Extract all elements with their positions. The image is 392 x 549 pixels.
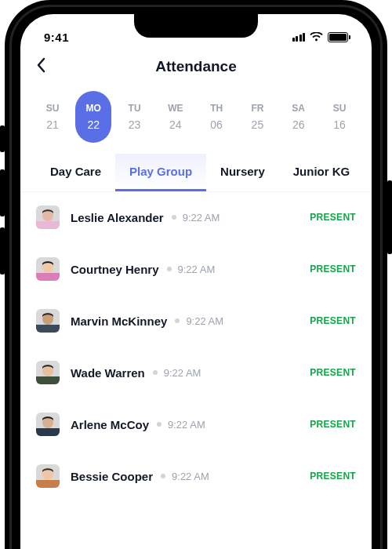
student-row[interactable]: Arlene McCoy9:22 AMPRESENT [36,398,356,450]
separator-dot [167,267,172,271]
status-indicators [292,32,349,42]
calendar-date: 24 [169,118,182,131]
phone-frame: 9:41 Attendance SU21MO22TU23WE24TH06FR25… [5,0,387,549]
phone-screen: 9:41 Attendance SU21MO22TU23WE24TH06FR25… [20,14,372,549]
calendar-date: 22 [87,118,100,131]
student-row[interactable]: Courtney Henry9:22 AMPRESENT [36,243,356,295]
calendar-date: 16 [333,118,346,131]
status-time: 9:41 [44,31,69,44]
phone-power-button [387,180,392,254]
avatar [36,205,60,229]
attendance-status: PRESENT [310,264,356,274]
calendar-dow: MO [86,103,101,114]
calendar-date: 06 [210,118,223,131]
calendar-day[interactable]: MO22 [75,91,111,143]
attendance-status: PRESENT [310,419,356,430]
student-name: Arlene McCoy [71,418,149,431]
separator-dot [175,318,180,323]
attendance-status: PRESENT [310,367,356,378]
student-row[interactable]: Marvin McKinney9:22 AMPRESENT [36,295,356,347]
check-in-time: 9:22 AM [172,471,209,482]
svg-rect-10 [36,376,60,384]
page-title: Attendance [36,58,356,75]
student-row[interactable]: Bessie Cooper9:22 AMPRESENT [36,450,356,502]
calendar-day[interactable]: WE24 [158,91,194,143]
calendar-dow: WE [168,103,183,114]
calendar-day[interactable]: SA26 [281,91,317,143]
check-in-time: 9:22 AM [186,315,223,327]
calendar-date: 26 [292,118,305,131]
separator-dot [153,370,158,375]
calendar-strip[interactable]: SU21MO22TU23WE24TH06FR25SA26SU16 [20,86,372,154]
svg-rect-13 [36,428,60,436]
class-tabs: Day CarePlay GroupNurseryJunior KGSen [20,154,372,191]
student-name: Marvin McKinney [71,314,167,328]
avatar [36,361,60,384]
student-row[interactable]: Wade Warren9:22 AMPRESENT [36,347,356,398]
calendar-dow: SU [333,103,347,114]
wifi-icon [310,32,323,42]
avatar [36,413,60,436]
tab-play-group[interactable]: Play Group [115,154,206,191]
calendar-dow: TH [210,103,223,114]
calendar-day[interactable]: FR25 [239,91,275,143]
student-name: Leslie Alexander [71,211,164,224]
attendance-status: PRESENT [310,315,356,326]
calendar-date: 21 [46,118,59,131]
tab-day-care[interactable]: Day Care [36,154,115,191]
avatar [36,257,60,281]
calendar-date: 25 [252,118,264,131]
attendance-status: PRESENT [310,212,356,223]
calendar-dow: FR [251,103,263,114]
check-in-time: 9:22 AM [168,419,205,431]
check-in-time: 9:22 AM [183,212,220,224]
student-list[interactable]: Leslie Alexander9:22 AMPRESENTCourtney H… [20,191,372,502]
tab-nursery[interactable]: Nursery [206,154,279,191]
calendar-dow: SU [46,103,60,114]
tab-junior-kg[interactable]: Junior KG [279,154,365,191]
calendar-dow: TU [129,103,141,114]
separator-dot [157,422,162,427]
student-name: Courtney Henry [71,263,159,276]
svg-rect-16 [36,480,60,488]
calendar-day[interactable]: SU21 [34,91,71,143]
separator-dot [161,474,165,478]
svg-rect-7 [36,325,60,333]
calendar-day[interactable]: TU23 [117,91,153,143]
calendar-date: 23 [129,118,141,131]
separator-dot [172,215,176,220]
tab-sen[interactable]: Sen [364,154,372,191]
phone-notch [134,11,258,38]
battery-icon [328,32,348,42]
calendar-dow: SA [292,103,305,114]
svg-rect-1 [36,221,60,229]
avatar [36,309,60,333]
student-row[interactable]: Leslie Alexander9:22 AMPRESENT [36,191,356,243]
calendar-day[interactable]: TH06 [198,91,234,143]
student-name: Bessie Cooper [71,470,153,483]
back-button[interactable] [36,57,45,76]
svg-rect-4 [36,273,60,281]
attendance-status: PRESENT [310,471,356,482]
header: Attendance [20,52,372,86]
check-in-time: 9:22 AM [164,367,201,379]
avatar [36,464,60,488]
check-in-time: 9:22 AM [178,264,216,275]
cellular-icon [292,33,306,42]
calendar-day[interactable]: SU16 [321,91,358,143]
student-name: Wade Warren [71,366,145,380]
